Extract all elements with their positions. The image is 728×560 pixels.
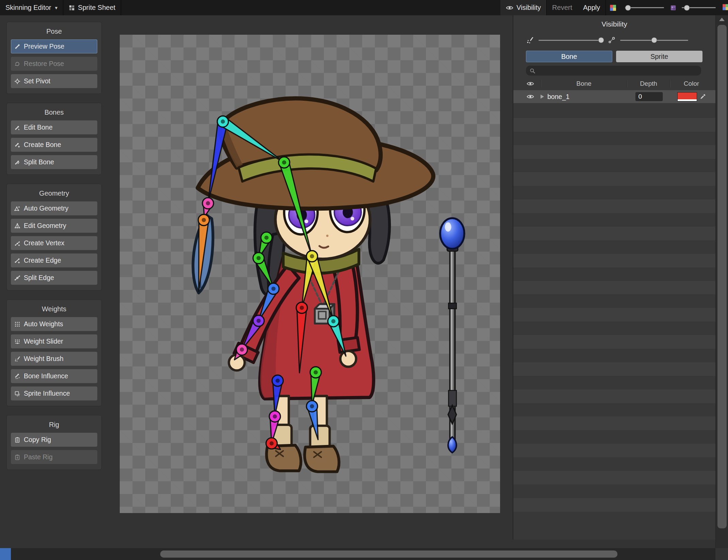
button-label: Preview Pose [24, 43, 64, 50]
color-grid-icon [722, 3, 728, 11]
slider-handle[interactable] [684, 5, 690, 11]
scrollbar-corner [715, 548, 728, 560]
tab-sprite[interactable]: Sprite [616, 51, 702, 62]
empty-list-row [513, 240, 715, 254]
tool-group-weights: WeightsAuto WeightsWeight SliderWeight B… [6, 299, 102, 406]
bone-table-header: Bone Depth Color [513, 78, 715, 89]
color-palette-button[interactable] [606, 0, 620, 15]
edit-geometry-button[interactable]: Edit Geometry [11, 219, 97, 233]
tool-group-rig: RigCopy RigPaste Rig [6, 415, 102, 470]
visibility-sliders-row [526, 36, 705, 44]
bone-name: bone_1 [547, 93, 569, 101]
bone-opacity-slider[interactable] [539, 40, 603, 41]
apply-button[interactable]: Apply [578, 0, 606, 15]
bone-list-empty-rows [513, 104, 715, 524]
auto-geometry-button[interactable]: Auto Geometry [11, 201, 97, 215]
vertical-scroll-thumb[interactable] [717, 25, 727, 528]
weights-auto-icon [14, 321, 20, 327]
empty-list-row [513, 186, 715, 199]
bone-color-swatch[interactable] [677, 92, 697, 101]
sprite-sheet-button[interactable]: Sprite Sheet [63, 0, 121, 15]
depth-input[interactable] [635, 92, 663, 101]
scroll-up-button[interactable] [716, 15, 728, 23]
auto-weights-button[interactable]: Auto Weights [11, 317, 97, 331]
bone-influence-button[interactable]: Bone Influence [11, 369, 97, 383]
sprite-opacity-slider[interactable] [620, 40, 688, 41]
slider-handle[interactable] [651, 37, 657, 43]
set-pivot-button[interactable]: Set Pivot [11, 74, 97, 88]
sprite-canvas[interactable] [120, 35, 500, 513]
empty-list-row [513, 294, 715, 308]
empty-list-row [513, 390, 715, 403]
color-column-header: Color [670, 80, 713, 87]
tab-bone[interactable]: Bone [526, 51, 612, 62]
toolbar-sprite-opacity-slider[interactable] [682, 7, 716, 8]
eye-icon [506, 4, 513, 12]
sprite-influence-button[interactable]: Sprite Influence [11, 386, 97, 400]
copy-rig-button[interactable]: Copy Rig [11, 433, 97, 447]
bone-create-icon [14, 142, 20, 148]
slider-handle[interactable] [625, 5, 631, 11]
row-visibility-eye-icon[interactable] [527, 93, 534, 100]
tool-panel: PosePreview PoseRestore PoseSet PivotBon… [6, 22, 102, 470]
bone-color-fill [678, 93, 697, 99]
empty-list-row [513, 104, 715, 118]
button-label: Set Pivot [24, 77, 50, 85]
visibility-toggle-button[interactable]: Visibility [500, 0, 546, 15]
canvas-svg [120, 35, 500, 513]
visibility-tabs: Bone Sprite [526, 51, 702, 62]
visibility-panel: Visibility Bone Sprite Bone Depth Color … [513, 15, 715, 540]
empty-list-row [513, 335, 715, 349]
weight-brush-button[interactable]: Weight Brush [11, 352, 97, 366]
horizontal-scrollbar[interactable] [0, 548, 715, 560]
bone-edit-icon [14, 125, 20, 131]
preview-pose-button[interactable]: Preview Pose [11, 39, 97, 53]
button-label: Split Bone [24, 158, 54, 166]
staff-sprite [440, 218, 464, 452]
create-bone-button[interactable]: Create Bone [11, 138, 97, 152]
mesh-icon [14, 223, 20, 229]
texture-icon [670, 5, 676, 11]
bone-outline-icon [608, 36, 615, 44]
skinning-editor-dropdown[interactable]: Skinning Editor ▾ [0, 0, 63, 15]
create-vertex-button[interactable]: Create Vertex [11, 236, 97, 250]
empty-list-row [513, 254, 715, 267]
search-input[interactable] [537, 67, 698, 75]
edge-split-icon [14, 275, 20, 281]
button-label: Auto Geometry [24, 204, 68, 212]
vertical-scrollbar[interactable] [715, 15, 728, 560]
bone-table-row[interactable]: bone_1 [513, 90, 715, 103]
split-edge-button[interactable]: Split Edge [11, 271, 97, 285]
eye-column-icon[interactable] [527, 80, 534, 87]
split-bone-button[interactable]: Split Bone [11, 155, 97, 169]
expand-triangle-icon[interactable] [541, 95, 544, 99]
toolbar-bone-opacity-slider[interactable] [625, 7, 664, 8]
group-title: Geometry [7, 189, 101, 198]
copy-icon [14, 437, 20, 443]
restore-pose-button[interactable]: Restore Pose [11, 57, 97, 71]
empty-list-row [513, 376, 715, 390]
create-edge-button[interactable]: Create Edge [11, 253, 97, 267]
bone-column-header: Bone [541, 80, 627, 87]
revert-button[interactable]: Revert [547, 0, 578, 15]
weight-slider-button[interactable]: Weight Slider [11, 334, 97, 348]
bone-search-box[interactable] [526, 66, 701, 76]
edge-icon [14, 258, 20, 264]
horizontal-scroll-thumb[interactable] [160, 550, 617, 558]
empty-list-row [513, 484, 715, 498]
group-title: Pose [7, 27, 101, 36]
tool-group-pose: PosePreview PoseRestore PoseSet Pivot [6, 22, 102, 94]
button-label: Create Vertex [24, 239, 64, 247]
edit-bone-button[interactable]: Edit Bone [11, 120, 97, 134]
sprite-sheet-icon [69, 5, 75, 11]
weight-brush-icon [14, 356, 20, 362]
eyedropper-icon[interactable] [700, 94, 706, 100]
paste-rig-button[interactable]: Paste Rig [11, 450, 97, 464]
slider-handle[interactable] [598, 37, 604, 43]
toolbar-separator [121, 0, 121, 15]
bone-split-icon [14, 159, 20, 165]
texture-button[interactable] [669, 0, 678, 15]
revert-label: Revert [552, 4, 572, 12]
button-label: Copy Rig [24, 436, 51, 444]
visibility-toggle-label: Visibility [516, 4, 541, 12]
